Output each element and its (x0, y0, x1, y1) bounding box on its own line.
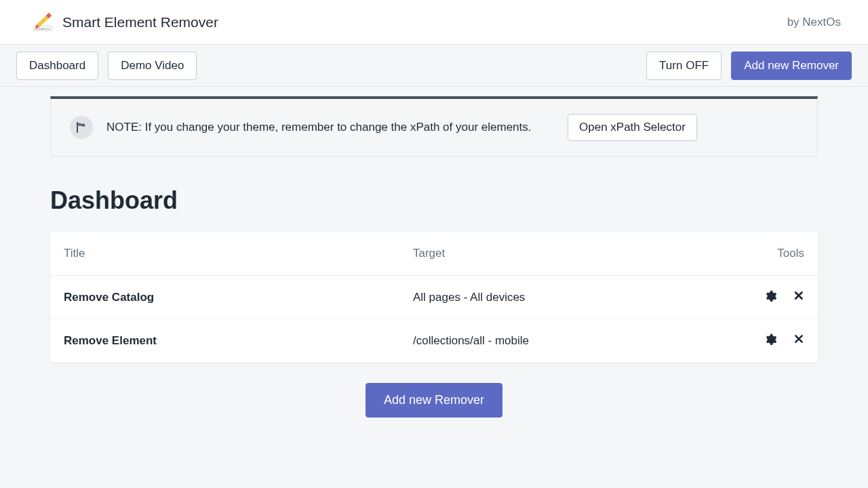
table-row: Remove Catalog All pages - All devices (50, 276, 818, 319)
col-header-target: Target (413, 247, 743, 260)
add-new-remover-button[interactable]: Add new Remover (731, 52, 852, 80)
turn-off-button[interactable]: Turn OFF (646, 52, 722, 80)
close-icon[interactable] (793, 333, 804, 348)
topbar-left: ELEMENTS Smart Element Remover (33, 12, 218, 33)
flag-icon (70, 116, 93, 139)
row-target: All pages - All devices (413, 291, 743, 304)
open-xpath-selector-button[interactable]: Open xPath Selector (568, 114, 697, 141)
gear-icon[interactable] (765, 333, 777, 348)
by-label: by NextOs (787, 16, 841, 29)
row-title: Remove Element (64, 334, 413, 348)
notice-text: NOTE: If you change your theme, remember… (106, 121, 554, 134)
add-new-remover-button-bottom[interactable]: Add new Remover (366, 383, 502, 418)
toolbar-left: Dashboard Demo Video (16, 52, 197, 80)
col-header-title: Title (64, 247, 413, 260)
app-logo: ELEMENTS (33, 12, 53, 33)
bottom-cta: Add new Remover (50, 383, 818, 418)
gear-icon[interactable] (765, 290, 777, 305)
col-header-tools: Tools (743, 247, 804, 260)
table-row: Remove Element /collections/all - mobile (50, 319, 818, 363)
row-tools (743, 333, 804, 348)
row-tools (743, 290, 804, 305)
row-target: /collections/all - mobile (413, 334, 743, 348)
demo-video-button[interactable]: Demo Video (108, 52, 197, 80)
topbar: ELEMENTS Smart Element Remover by NextOs (0, 0, 868, 45)
close-icon[interactable] (793, 290, 804, 305)
toolbar: Dashboard Demo Video Turn OFF Add new Re… (0, 45, 868, 87)
notice-banner: NOTE: If you change your theme, remember… (50, 96, 818, 157)
row-title: Remove Catalog (64, 291, 413, 304)
page-title: Dashboard (50, 186, 818, 215)
dashboard-button[interactable]: Dashboard (16, 52, 98, 80)
table-header: Title Target Tools (50, 231, 818, 276)
removers-table: Title Target Tools Remove Catalog All pa… (50, 231, 818, 363)
toolbar-right: Turn OFF Add new Remover (646, 52, 852, 80)
content: NOTE: If you change your theme, remember… (0, 96, 868, 418)
app-title: Smart Element Remover (62, 14, 218, 30)
